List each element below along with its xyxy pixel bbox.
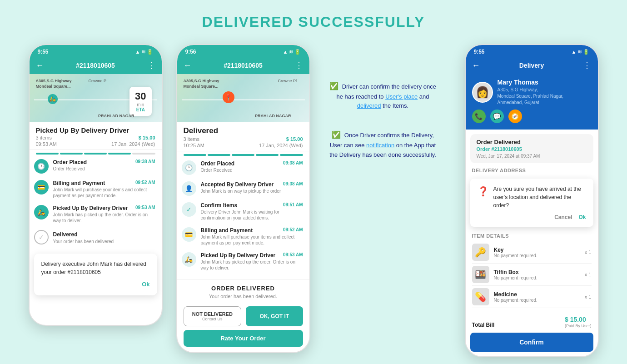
menu-icon-1[interactable]: ⋮ — [147, 60, 155, 70]
prog-1 — [36, 153, 59, 155]
tl2-content-1: Order Placed 09:38 AM Order Received — [201, 160, 303, 173]
tl-icon-1: 🕐 — [34, 159, 49, 174]
back-icon-2[interactable]: ← — [184, 61, 192, 70]
item-img-key: 🔑 — [472, 244, 489, 261]
prog-3 — [84, 153, 107, 155]
tl-item-order-placed: 🕐 Order Placed 09:38 AM Order Received — [34, 159, 155, 174]
message-btn[interactable]: 💬 — [490, 110, 504, 123]
progress-bar-2 — [177, 151, 309, 158]
tl2-accepted: 👤 Accepted By Delivery Driver 09:38 AM J… — [182, 181, 303, 196]
items-count-2: 3 items — [184, 136, 199, 142]
tl2-title-1: Order Placed — [201, 160, 235, 167]
total-bill-row: Total Bill $ 15.00 (Paid By User) — [466, 312, 598, 331]
status-bar-1: 9:55 ▲ ≋ 🔋 — [30, 45, 162, 57]
navigate-btn[interactable]: 🧭 — [508, 110, 522, 123]
back-icon-3[interactable]: ← — [472, 61, 480, 70]
check-icon-ann: ✅ — [329, 82, 338, 90]
status-icons-1: ▲ ≋ 🔋 — [135, 49, 154, 55]
confirm-cancel-btn[interactable]: Cancel — [554, 214, 572, 220]
eta-box: 30 min ETA — [129, 87, 151, 116]
tl2-icon-1: 🕐 — [182, 160, 196, 175]
order-delivered-card: Order Delivered Order #2118010605 Wed, J… — [470, 134, 593, 163]
total-bill-label: Total Bill — [472, 322, 495, 328]
app-header-2: ← #2118010605 ⋮ — [177, 57, 309, 74]
status-icons-2: ▲ ≋ 🔋 — [283, 49, 301, 55]
delivery-addr-label: Delivery Address — [472, 168, 592, 173]
status-bar-2: 9:56 ▲ ≋ 🔋 — [177, 45, 309, 57]
tl-time-billing: 09:52 AM — [135, 180, 155, 186]
phone-2: 9:56 ▲ ≋ 🔋 ← #2118010605 ⋮ A305,S.G High… — [176, 44, 310, 353]
menu-icon-3[interactable]: ⋮ — [583, 60, 591, 70]
tl-item-pickup: 🛵 Picked Up By Delivery Driver 09:53 AM … — [34, 205, 155, 224]
phone-call-btn[interactable]: 📞 — [472, 110, 486, 123]
eta-number: 30 — [135, 90, 146, 102]
user-name: Mary Thomas — [498, 79, 564, 86]
tl-sub-1: Order Received — [53, 166, 155, 172]
notification-popup: Delivery executive John Mark has deliver… — [34, 254, 157, 295]
od-card-order-num: Order #2118010605 — [477, 146, 587, 152]
tl2-sub-1: Order Received — [201, 167, 303, 173]
items-count-1: 3 items — [36, 135, 52, 140]
annotation-text-1: Driver can confirm the delivery once he … — [336, 83, 436, 109]
confirm-button[interactable]: Confirm — [470, 333, 593, 352]
tl-title-billing: Billing and Payment — [53, 180, 105, 186]
tl2-content-3: Confirm Items 09:51 AM Delivery Driver J… — [201, 202, 303, 221]
map-driver-dot: 🛵 — [48, 94, 58, 104]
order-meta-date-1: 09:53 AM 17 Jan, 2024 (Wed) — [36, 141, 155, 147]
tl-content-pickup: Picked Up By Delivery Driver 09:53 AM Jo… — [53, 205, 155, 224]
item-qty-tiffin: x 1 — [585, 272, 592, 277]
prahlad-label: PRAHLAD NAGAR — [98, 114, 134, 118]
tl-sub-billing: John Mark will purchase your items and c… — [53, 187, 155, 199]
tl2-time-1: 09:38 AM — [283, 160, 303, 167]
item-row-medicine: 💊 Medicine No payment required. x 1 — [472, 286, 592, 308]
progress-bar-1 — [30, 150, 162, 156]
order-number-2: #2118010605 — [224, 62, 263, 69]
item-details-label: Item Details — [472, 233, 592, 239]
order-price-2: $ 15.00 — [286, 136, 303, 142]
menu-icon-2[interactable]: ⋮ — [295, 60, 303, 70]
btn-not-delivered-label: NOT DELIVERED — [186, 311, 239, 317]
tl2-time-2: 09:38 AM — [283, 181, 303, 188]
btn-not-delivered[interactable]: NOT DELIVERED Contact Us — [184, 306, 242, 326]
tl2-title-3: Confirm Items — [201, 202, 238, 209]
confirm-dialog-icon: ❓ — [478, 186, 489, 197]
tl-content-delivered: Delivered Your order has been delivered — [53, 230, 155, 244]
btn-ok-got-it[interactable]: OK, GOT IT — [246, 306, 303, 326]
item-img-medicine: 💊 — [472, 288, 489, 305]
map-pin-2: 📍 — [223, 91, 234, 103]
tl2-confirm: ✓ Confirm Items 09:51 AM Delivery Driver… — [182, 202, 303, 221]
btn-rate-order[interactable]: Rate Your Order — [184, 330, 303, 347]
order-delivered-section: ORDER DELIVERED Your order has been deli… — [177, 279, 309, 303]
annotation-text-2: Once Driver confirms the Delivery, User … — [329, 132, 436, 158]
tl2-title-5: Picked Up By Delivery Driver — [201, 252, 276, 259]
tl-time-1: 09:38 AM — [135, 159, 155, 165]
item-img-tiffin: 🍱 — [472, 266, 489, 283]
back-icon-1[interactable]: ← — [36, 61, 44, 70]
tl-time-pickup: 09:53 AM — [135, 205, 155, 210]
map-label-1: A305,S.G HighwayMondeal Square... — [36, 79, 72, 89]
tl-title-1: Order Placed — [53, 159, 87, 165]
confirm-dialog-text: Are you sure you have arrived at the use… — [493, 185, 586, 209]
order-meta-date-2: 10:25 AM 17 Jan, 2024 (Wed) — [184, 143, 303, 148]
notif-ok-btn[interactable]: Ok — [41, 280, 150, 289]
item-sub-tiffin: No payment required. — [494, 275, 537, 280]
tl2-title-4: Billing and Payment — [201, 227, 253, 234]
user-info-section: 👩 Mary Thomas A305, S.G Highway,Mondeal … — [466, 74, 598, 130]
delivery-title: Delivery — [519, 62, 544, 69]
order-price-1: $ 15.00 — [139, 135, 155, 140]
prog-2 — [60, 153, 83, 155]
confirm-ok-btn[interactable]: Ok — [578, 214, 586, 220]
timeline-2: 🕐 Order Placed 09:38 AM Order Received 👤… — [177, 158, 309, 279]
tl2-content-2: Accepted By Delivery Driver 09:38 AM Joh… — [201, 181, 303, 194]
od-card-title: Order Delivered — [477, 139, 587, 145]
order-time-2: 10:25 AM — [184, 143, 204, 148]
tl-content-1: Order Placed 09:38 AM Order Received — [53, 159, 155, 172]
check-icon-ann-2: ✅ — [332, 131, 341, 139]
order-info-1: Picked Up By Delivery Driver 3 items $ 1… — [30, 122, 162, 150]
od-title: ORDER DELIVERED — [186, 285, 300, 292]
avatar: 👩 — [472, 82, 493, 103]
time-3: 9:55 — [474, 49, 485, 55]
annotation-box-2: ✅ Once Driver confirms the Delivery, Use… — [328, 129, 438, 160]
item-info-medicine: Medicine No payment required. — [494, 291, 537, 303]
order-date-1: 17 Jan, 2024 (Wed) — [111, 141, 155, 147]
